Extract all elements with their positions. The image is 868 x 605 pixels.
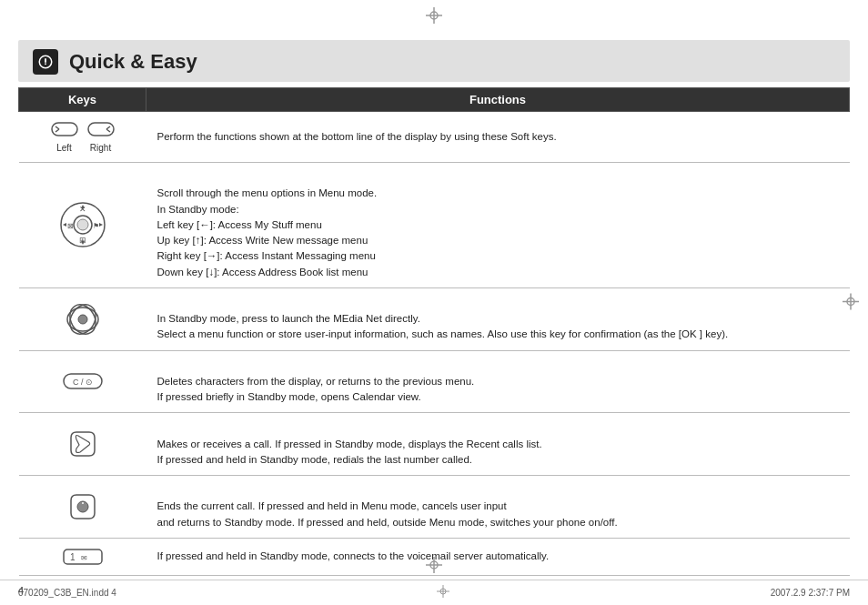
function-cell-ok: In Standby mode, press to launch the MEd…	[146, 287, 850, 350]
functions-table: Keys Functions Left	[18, 87, 850, 576]
function-text-voicemail: If pressed and held in Standby mode, con…	[157, 550, 550, 561]
svg-text:⚑: ⚑	[92, 222, 98, 230]
svg-text:C / ⊙: C / ⊙	[72, 378, 92, 387]
key-cell-ok	[19, 287, 146, 350]
function-text-clear: Deletes characters from the display, or …	[157, 376, 475, 402]
nav-key-icon: ✕ ⚑ ⊞ ⊠	[30, 201, 136, 248]
key-cell-voicemail: 1 ✉	[19, 538, 146, 575]
key-cell-softkeys: Left Right	[19, 112, 146, 163]
key-cell-nav: ✕ ⚑ ⊞ ⊠	[19, 163, 146, 288]
svg-point-5	[45, 63, 46, 65]
table-row: Left Right Perform t	[19, 112, 850, 163]
function-cell-voicemail: If pressed and held in Standby mode, con…	[146, 538, 850, 575]
function-cell-nav: Scroll through the menu options in Menu …	[146, 163, 850, 288]
col-functions-header: Functions	[146, 88, 850, 112]
header: Quick & Easy	[18, 40, 850, 82]
function-text-send: Makes or receives a call. If pressed in …	[157, 439, 542, 465]
function-cell-clear: Deletes characters from the display, or …	[146, 350, 850, 413]
table-row: Ends the current call. If pressed and he…	[19, 476, 850, 539]
voicemail-key-icon: 1 ✉	[30, 546, 136, 568]
page-title: Quick & Easy	[69, 50, 197, 74]
end-key-icon	[30, 491, 136, 522]
crosshair-top	[0, 0, 868, 29]
crosshair-bottom	[424, 555, 444, 578]
crosshair-right	[841, 291, 861, 314]
soft-keys-icon: Left Right	[30, 119, 136, 155]
svg-rect-7	[88, 123, 114, 136]
svg-rect-6	[52, 123, 77, 136]
function-text-end: Ends the current call. If pressed and he…	[157, 500, 618, 527]
table-row: C / ⊙ Deletes characters from the displa…	[19, 350, 850, 413]
key-cell-clear: C / ⊙	[19, 350, 146, 413]
function-cell-send: Makes or receives a call. If pressed in …	[146, 413, 850, 476]
ok-key-icon	[30, 302, 136, 337]
function-text-nav: Scroll through the menu options in Menu …	[157, 187, 378, 277]
svg-point-14	[77, 219, 88, 230]
key-cell-end	[19, 476, 146, 539]
function-text-ok: In Standby mode, press to launch the MEd…	[157, 313, 729, 339]
svg-text:1: 1	[70, 552, 76, 562]
function-text-softkeys: Perform the functions shown at the botto…	[157, 131, 557, 142]
right-label: Right	[90, 141, 111, 155]
svg-point-18	[78, 315, 87, 324]
table-row: ✕ ⚑ ⊞ ⊠	[19, 163, 850, 288]
key-cell-send	[19, 413, 146, 476]
clear-key-icon: C / ⊙	[30, 370, 136, 392]
function-cell-end: Ends the current call. If pressed and he…	[146, 476, 850, 539]
footer-file-info: 070209_C3B_EN.indd 4	[18, 588, 116, 598]
header-icon	[33, 49, 58, 75]
footer-timestamp: 2007.2.9 2:37:7 PM	[771, 588, 850, 598]
right-soft-key: Right	[86, 119, 116, 155]
table-header: Keys Functions	[19, 88, 850, 112]
table-row: In Standby mode, press to launch the MEd…	[19, 287, 850, 350]
col-keys-header: Keys	[19, 88, 146, 112]
left-soft-key: Left	[50, 119, 79, 155]
send-key-icon	[30, 429, 136, 459]
function-cell-softkeys: Perform the functions shown at the botto…	[146, 112, 850, 163]
svg-text:✉: ✉	[81, 554, 87, 562]
svg-text:⊠: ⊠	[66, 222, 73, 230]
left-label: Left	[56, 141, 72, 155]
page-container: Quick & Easy Keys Functions	[0, 0, 868, 605]
footer: 070209_C3B_EN.indd 4 2007.2.9 2:37:7 PM	[0, 580, 868, 605]
main-content: Keys Functions Left	[18, 87, 850, 576]
table-row: Makes or receives a call. If pressed in …	[19, 413, 850, 476]
footer-crosshair	[436, 584, 450, 601]
